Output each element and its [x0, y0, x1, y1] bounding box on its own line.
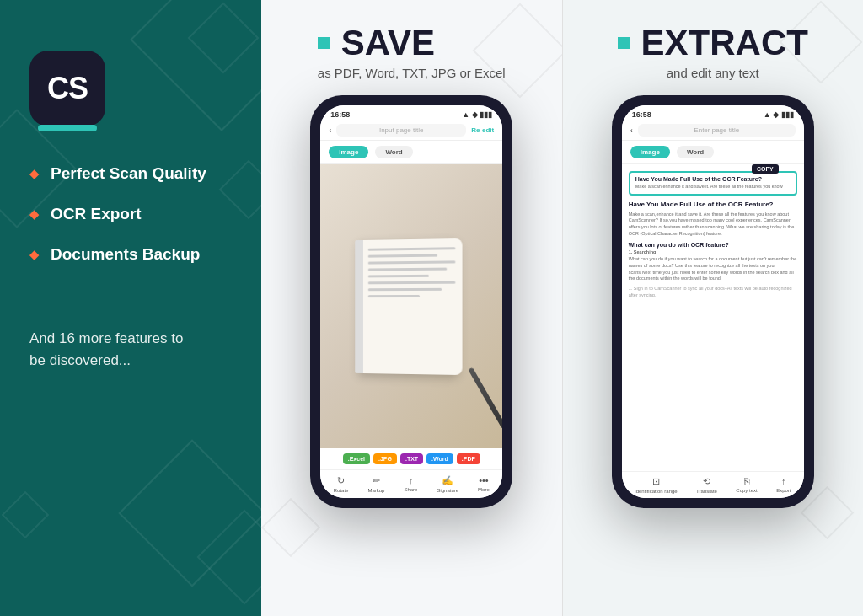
- toolbar-id-range[interactable]: ⊡ Identification range: [635, 476, 678, 494]
- pen-visual: [469, 367, 503, 428]
- save-tabs: Image Word: [320, 141, 502, 164]
- more-icon: •••: [479, 475, 489, 485]
- extract-nav-input[interactable]: Enter page title: [638, 124, 796, 137]
- rotate-label: Rotate: [334, 488, 349, 493]
- deco-diamond-4: [219, 160, 261, 220]
- line-6: [368, 281, 456, 284]
- save-subtitle: as PDF, Word, TXT, JPG or Excel: [318, 66, 506, 80]
- id-range-label: Identification range: [635, 489, 678, 494]
- markup-icon: ✏: [373, 475, 380, 486]
- save-status-icons: ▲ ◆ ▮▮▮: [462, 110, 492, 119]
- save-title-accent: [318, 37, 330, 49]
- toolbar-more[interactable]: ••• More: [478, 475, 490, 493]
- save-tab-word[interactable]: Word: [375, 146, 412, 158]
- more-label: More: [478, 487, 490, 492]
- save-tab-image[interactable]: Image: [329, 146, 368, 158]
- highlighted-title: Have You Made Full Use of the OCR Featur…: [635, 176, 791, 182]
- export-label: Export: [776, 488, 791, 493]
- line-8: [368, 294, 421, 297]
- deco-diamond-1: [188, 3, 260, 74]
- line-3: [368, 260, 456, 264]
- extract-tab-image[interactable]: Image: [630, 146, 670, 158]
- extract-phone-mockup: 16:58 ▲ ◆ ▮▮▮ ‹ Enter page title Image W…: [612, 95, 814, 508]
- ocr-section-body: What can you do if you want to search fo…: [629, 256, 797, 282]
- save-phone-mockup: 16:58 ▲ ◆ ▮▮▮ ‹ Input page title Re-edit…: [310, 95, 512, 508]
- ocr-section-sub: 1. Searching: [629, 249, 797, 256]
- extract-back-icon: ‹: [630, 126, 633, 135]
- ocr-body-text: Make a scan,enhance it and save it. Are …: [629, 212, 797, 238]
- more-features-text: And 16 more features to be discovered...: [29, 328, 183, 371]
- share-icon: ↑: [409, 475, 414, 485]
- book-visual: [320, 164, 502, 448]
- feature-item-3: Documents Backup: [29, 245, 206, 264]
- extract-title-accent: [618, 37, 630, 49]
- extract-phone-screen: 16:58 ▲ ◆ ▮▮▮ ‹ Enter page title Image W…: [622, 105, 804, 498]
- book-page: [362, 238, 463, 374]
- copy-text-label: Copy text: [736, 488, 757, 493]
- logo-container: CS: [29, 51, 105, 126]
- highlighted-text: Make a scan,enhance it and save it. Are …: [635, 184, 791, 190]
- save-section: SAVE as PDF, Word, TXT, JPG or Excel 16:…: [261, 0, 563, 616]
- extract-toolbar: ⊡ Identification range ⟲ Translate ⎘ Cop…: [622, 471, 804, 498]
- ocr-small-text: 1. Sign in to CamScanner to sync all you…: [629, 286, 797, 298]
- toolbar-export[interactable]: ↑ Export: [776, 476, 791, 494]
- deco-diamond-2: [2, 491, 50, 539]
- left-panel: CS Perfect Scan Quality OCR Export Docum…: [0, 0, 261, 616]
- markup-label: Markup: [367, 488, 384, 493]
- toolbar-signature[interactable]: ✍ Signature: [437, 475, 458, 493]
- save-nav-input[interactable]: Input page title: [336, 124, 466, 137]
- ocr-highlighted-box: COPY Have You Made Full Use of the OCR F…: [629, 171, 797, 196]
- extract-tabs: Image Word: [622, 141, 804, 164]
- copy-button[interactable]: COPY: [752, 164, 779, 174]
- translate-label: Translate: [696, 489, 717, 494]
- badge-word: .Word: [426, 453, 453, 464]
- logo-text: CS: [47, 71, 88, 106]
- ocr-main-title: Have You Made Full Use of the OCR Featur…: [629, 201, 797, 208]
- save-header: SAVE as PDF, Word, TXT, JPG or Excel: [318, 25, 506, 80]
- signature-icon: ✍: [442, 475, 453, 486]
- save-status-time: 16:58: [330, 110, 350, 119]
- extract-section: EXTRACT and edit any text 16:58 ▲ ◆ ▮▮▮ …: [563, 0, 864, 616]
- badge-pdf: .PDF: [457, 453, 480, 464]
- share-label: Share: [404, 487, 417, 492]
- toolbar-translate[interactable]: ⟲ Translate: [696, 476, 717, 494]
- translate-icon: ⟲: [703, 476, 710, 487]
- toolbar-rotate[interactable]: ↻ Rotate: [334, 475, 349, 493]
- right-area: SAVE as PDF, Word, TXT, JPG or Excel 16:…: [261, 0, 863, 616]
- save-phone-screen: 16:58 ▲ ◆ ▮▮▮ ‹ Input page title Re-edit…: [320, 105, 502, 498]
- signature-label: Signature: [437, 488, 458, 493]
- badge-excel: .Excel: [343, 453, 370, 464]
- extract-tab-word[interactable]: Word: [677, 146, 714, 158]
- logo-box: CS: [29, 51, 105, 126]
- feature-item-2: OCR Export: [29, 205, 206, 223]
- toolbar-copy-text[interactable]: ⎘ Copy text: [736, 476, 757, 494]
- line-5: [368, 274, 429, 277]
- extract-status-bar: 16:58 ▲ ◆ ▮▮▮: [622, 105, 804, 121]
- line-4: [368, 267, 447, 271]
- save-title: SAVE: [318, 25, 506, 61]
- extract-title: EXTRACT: [618, 25, 808, 61]
- line-7: [368, 287, 442, 290]
- book-spine: [355, 239, 363, 372]
- save-back-icon: ‹: [329, 126, 331, 135]
- extract-nav-bar: ‹ Enter page title: [622, 121, 804, 141]
- copy-text-icon: ⎘: [744, 476, 750, 486]
- extract-header: EXTRACT and edit any text: [618, 25, 808, 80]
- bg-deco-2: [261, 498, 320, 558]
- format-badges: .Excel .JPG .TXT .Word .PDF: [320, 448, 502, 469]
- id-range-icon: ⊡: [652, 476, 660, 487]
- line-1: [368, 247, 456, 251]
- save-nav-bar: ‹ Input page title Re-edit: [320, 121, 502, 141]
- toolbar-share[interactable]: ↑ Share: [404, 475, 417, 493]
- deco-diamond-3: [196, 509, 261, 604]
- extract-status-time: 16:58: [632, 110, 651, 119]
- save-re-edit[interactable]: Re-edit: [471, 126, 494, 134]
- rotate-icon: ↻: [337, 475, 345, 486]
- extract-subtitle: and edit any text: [618, 66, 808, 80]
- ocr-section-title: What can you do with OCR feature?: [629, 242, 797, 248]
- export-icon: ↑: [781, 476, 786, 486]
- toolbar-markup[interactable]: ✏ Markup: [367, 475, 384, 493]
- line-2: [368, 254, 438, 257]
- ocr-content: COPY Have You Made Full Use of the OCR F…: [622, 164, 804, 471]
- save-scan-image: [320, 164, 502, 448]
